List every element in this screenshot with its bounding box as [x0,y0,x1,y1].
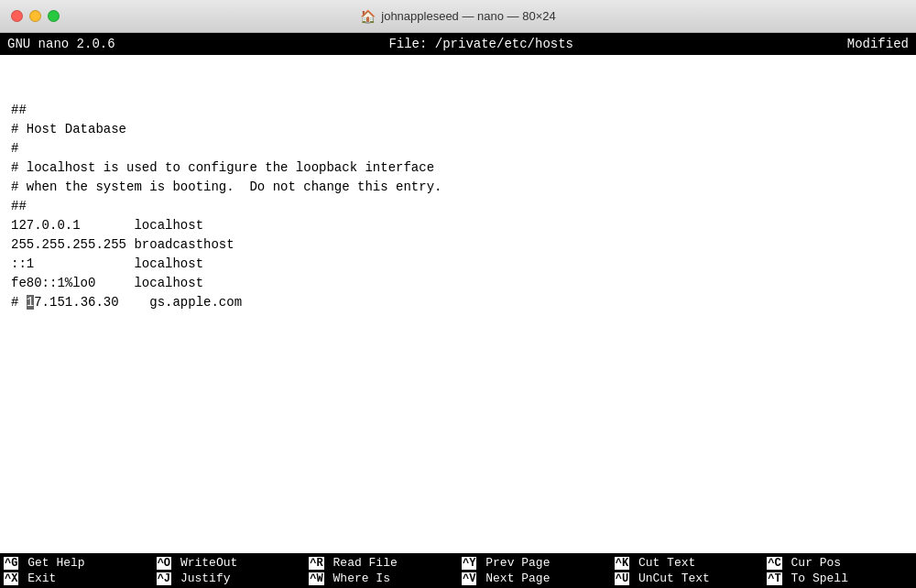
nano-version: GNU nano 2.0.6 [7,37,115,51]
nano-modified: Modified [847,37,909,51]
cursor: 1 [27,295,34,310]
shortcut-next-page[interactable]: ^V Next Page [458,571,611,586]
editor-line-1: ## # Host Database # # localhost is used… [11,103,442,310]
shortcut-read-file[interactable]: ^R Read File [305,555,458,571]
key-ctrl-j: ^J [157,572,171,585]
label-read-file: Read File [326,556,398,570]
label-get-help: Get Help [20,556,84,570]
minimize-button[interactable] [29,10,41,22]
label-next-page: Next Page [478,572,550,585]
window-title: 🏠 johnappleseed — nano — 80×24 [360,9,555,24]
shortcut-justify[interactable]: ^J Justify [153,571,306,586]
key-ctrl-g: ^G [4,557,18,570]
label-cur-pos: Cur Pos [784,556,841,570]
shortcut-writeout[interactable]: ^O WriteOut [153,555,306,571]
nano-filename: File: /private/etc/hosts [388,37,573,51]
label-writeout: WriteOut [173,556,237,570]
label-prev-page: Prev Page [478,556,550,570]
title-bar: 🏠 johnappleseed — nano — 80×24 [0,0,916,33]
key-ctrl-x: ^X [4,572,18,585]
key-ctrl-k: ^K [615,557,629,570]
key-ctrl-t: ^T [767,572,781,585]
maximize-button[interactable] [48,10,60,22]
key-ctrl-v: ^V [462,572,476,585]
shortcut-to-spell[interactable]: ^T To Spell [763,571,916,586]
label-to-spell: To Spell [784,572,848,585]
nano-shortcuts: ^G Get Help ^O WriteOut ^R Read File ^Y … [0,553,916,588]
editor-content[interactable]: ## # Host Database # # localhost is used… [0,55,916,553]
label-uncut-text: UnCut Text [631,572,710,585]
close-button[interactable] [11,10,23,22]
shortcut-cut-text[interactable]: ^K Cut Text [611,555,764,571]
label-where-is: Where Is [326,572,390,585]
key-ctrl-u: ^U [615,572,629,585]
shortcut-row-1: ^G Get Help ^O WriteOut ^R Read File ^Y … [0,555,916,571]
shortcut-exit[interactable]: ^X Exit [0,571,153,586]
key-ctrl-c: ^C [767,557,781,570]
label-justify: Justify [173,572,230,585]
home-icon: 🏠 [360,9,376,24]
terminal: GNU nano 2.0.6 File: /private/etc/hosts … [0,33,916,588]
shortcut-prev-page[interactable]: ^Y Prev Page [458,555,611,571]
shortcut-get-help[interactable]: ^G Get Help [0,555,153,571]
key-ctrl-y: ^Y [462,557,476,570]
key-ctrl-w: ^W [309,572,323,585]
shortcut-cur-pos[interactable]: ^C Cur Pos [763,555,916,571]
shortcut-uncut-text[interactable]: ^U UnCut Text [611,571,764,586]
label-exit: Exit [20,572,56,585]
shortcut-where-is[interactable]: ^W Where Is [305,571,458,586]
traffic-lights [11,10,60,22]
shortcut-row-2: ^X Exit ^J Justify ^W Where Is ^V Next P… [0,571,916,586]
key-ctrl-o: ^O [157,557,171,570]
key-ctrl-r: ^R [309,557,323,570]
nano-status-bar: GNU nano 2.0.6 File: /private/etc/hosts … [0,33,916,55]
label-cut-text: Cut Text [631,556,695,570]
